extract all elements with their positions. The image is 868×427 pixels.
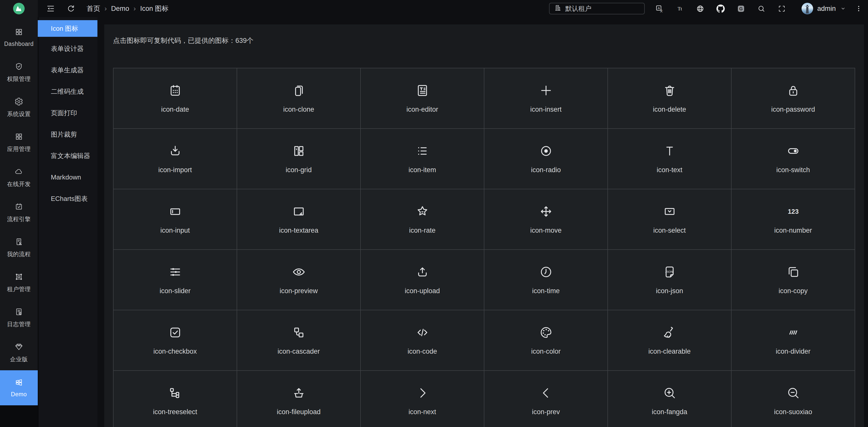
icon-cell-label: icon-switch	[776, 166, 810, 174]
icon-cell-icon-rate[interactable]: icon-rate	[361, 189, 484, 250]
icon-cell-icon-select[interactable]: icon-select	[608, 189, 732, 250]
sidebar-item-logs[interactable]: 日志管理	[0, 300, 38, 335]
sidebar-item-demo[interactable]: Demo	[0, 370, 38, 405]
submenu-item-3[interactable]: 二维码生成	[38, 81, 97, 102]
submenu-item-6[interactable]: 富文本编辑器	[38, 145, 97, 167]
icon-cell-label: icon-clone	[283, 106, 314, 113]
sidebar-item-my-flow[interactable]: 我的流程	[0, 230, 38, 265]
icon-cell-label: icon-delete	[653, 106, 686, 113]
refresh-icon[interactable]	[66, 4, 75, 13]
submenu-item-7[interactable]: Markdown	[38, 167, 97, 188]
shield-check-icon	[14, 62, 23, 72]
icon-text-glyph	[662, 144, 677, 159]
icon-cell-icon-suoxiao[interactable]: icon-suoxiao	[732, 371, 855, 427]
breadcrumb-current: Icon 图标	[140, 4, 169, 13]
icon-cell-icon-number[interactable]: 123icon-number	[732, 189, 855, 250]
gitee-icon[interactable]: G	[737, 4, 745, 13]
icon-cell-icon-date[interactable]: icon-date	[114, 68, 237, 129]
icon-cell-icon-text[interactable]: icon-text	[608, 129, 732, 189]
font-size-icon[interactable]: Tt	[676, 4, 684, 13]
search-icon[interactable]	[757, 4, 766, 13]
app-root: Dashboard权限管理系统设置应用管理在线开发流程引擎我的流程租户管理日志管…	[0, 0, 868, 427]
submenu-item-0[interactable]: Icon 图标	[38, 20, 97, 37]
icon-cell-icon-clone[interactable]: icon-clone	[237, 68, 361, 129]
icon-cell-icon-import[interactable]: icon-import	[114, 129, 237, 189]
icon-cell-icon-input[interactable]: icon-input	[114, 189, 237, 250]
sidebar-item-system[interactable]: 系统设置	[0, 90, 38, 125]
icon-cell-icon-slider[interactable]: icon-slider	[114, 250, 237, 310]
icon-cell-icon-clearable[interactable]: icon-clearable	[608, 310, 732, 371]
icon-cell-icon-code[interactable]: icon-code	[361, 310, 484, 371]
icon-cell-icon-delete[interactable]: icon-delete	[608, 68, 732, 129]
icon-cell-icon-switch[interactable]: icon-switch	[732, 129, 855, 189]
icon-insert-glyph	[539, 83, 553, 98]
sidebar-item-tenant[interactable]: 租户管理	[0, 265, 38, 300]
submenu-item-4[interactable]: 页面打印	[38, 102, 97, 124]
icon-cell-icon-upload[interactable]: icon-upload	[361, 250, 484, 310]
svg-text:JSON: JSON	[665, 270, 673, 273]
globe-icon[interactable]	[696, 4, 704, 13]
user-menu[interactable]: admin	[802, 3, 846, 15]
icon-cell-icon-next[interactable]: icon-next	[361, 371, 484, 427]
collapse-sidebar-icon[interactable]	[46, 4, 55, 13]
submenu-item-5[interactable]: 图片裁剪	[38, 124, 97, 145]
sidebar-item-enterprise[interactable]: 企业版	[0, 335, 38, 370]
icon-cell-label: icon-fangda	[652, 408, 687, 416]
icon-cell-icon-checkbox[interactable]: icon-checkbox	[114, 310, 237, 371]
submenu-item-1[interactable]: 表单设计器	[38, 38, 97, 59]
breadcrumb-separator: ›	[133, 4, 136, 12]
icon-cell-icon-treeselect[interactable]: icon-treeselect	[114, 371, 237, 427]
app-grid-icon	[14, 132, 23, 142]
submenu-item-8[interactable]: ECharts图表	[38, 188, 97, 209]
kebab-menu-icon[interactable]	[855, 4, 863, 13]
icon-cell-icon-fileupload[interactable]: icon-fileupload	[237, 371, 361, 427]
sidebar-item-workflow[interactable]: 流程引擎	[0, 195, 38, 230]
icon-cell-icon-password[interactable]: icon-password	[732, 68, 855, 129]
icon-json-glyph: JSON	[662, 265, 677, 280]
icon-cell-icon-move[interactable]: icon-move	[484, 189, 608, 250]
icon-cell-icon-prev[interactable]: icon-prev	[484, 371, 608, 427]
app-logo[interactable]	[0, 0, 38, 17]
icon-cell-icon-preview[interactable]: icon-preview	[237, 250, 361, 310]
icon-cell-label: icon-fileupload	[277, 408, 320, 416]
icon-cell-icon-json[interactable]: JSONicon-json	[608, 250, 732, 310]
icon-clone-glyph	[292, 83, 306, 98]
icon-suoxiao-glyph	[786, 386, 800, 401]
icon-cell-label: icon-treeselect	[153, 408, 197, 416]
fullscreen-icon[interactable]	[778, 4, 786, 13]
icon-cell-icon-insert[interactable]: icon-insert	[484, 68, 608, 129]
icon-upload-glyph	[415, 265, 430, 280]
icon-divider-glyph	[786, 325, 800, 341]
breadcrumb-home[interactable]: 首页	[87, 4, 100, 13]
icon-cell-icon-grid[interactable]: icon-grid	[237, 129, 361, 189]
sidebar-item-label: Dashboard	[4, 40, 33, 48]
icon-cell-icon-copy[interactable]: icon-copy	[732, 250, 855, 310]
icon-cell-icon-cascader[interactable]: icon-cascader	[237, 310, 361, 371]
icon-cell-icon-fangda[interactable]: icon-fangda	[608, 371, 732, 427]
icon-cell-icon-radio[interactable]: icon-radio	[484, 129, 608, 189]
sidebar-item-label: 在线开发	[7, 180, 31, 188]
icon-item-glyph	[415, 144, 430, 159]
icon-cell-label: icon-rate	[409, 227, 435, 234]
icon-slider-glyph	[168, 265, 182, 280]
sidebar-item-apps[interactable]: 应用管理	[0, 125, 38, 160]
icon-cell-icon-time[interactable]: icon-time	[484, 250, 608, 310]
submenu-item-2[interactable]: 表单生成器	[38, 59, 97, 81]
icon-cell-icon-item[interactable]: icon-item	[361, 129, 484, 189]
github-icon[interactable]	[716, 4, 725, 13]
sidebar-item-online-dev[interactable]: 在线开发	[0, 160, 38, 195]
avatar[interactable]	[802, 3, 813, 15]
icon-cell-icon-editor[interactable]: icon-editor	[361, 68, 484, 129]
sidebar-item-dashboard[interactable]: Dashboard	[0, 20, 38, 55]
icon-cell-label: icon-cascader	[277, 348, 320, 355]
icon-cell-label: icon-import	[158, 166, 192, 174]
icon-radio-glyph	[539, 144, 553, 159]
tenant-selector[interactable]: 默认租户	[549, 3, 645, 15]
icon-cell-icon-color[interactable]: icon-color	[484, 310, 608, 371]
icon-cell-icon-textarea[interactable]: icon-textarea	[237, 189, 361, 250]
icon-cell-icon-divider[interactable]: icon-divider	[732, 310, 855, 371]
sidebar-item-auth[interactable]: 权限管理	[0, 55, 38, 90]
translate-icon[interactable]: A文	[655, 4, 663, 13]
chevron-down-icon	[840, 5, 846, 12]
breadcrumb-demo[interactable]: Demo	[111, 5, 129, 12]
